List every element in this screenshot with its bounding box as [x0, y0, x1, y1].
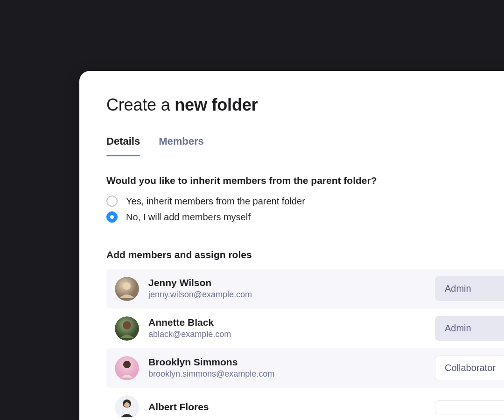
radio-checked-icon — [106, 211, 118, 223]
radio-label: No, I will add members myself — [126, 212, 251, 223]
member-row: Albert Flores — [106, 388, 504, 420]
members-list: Jenny Wilson jenny.wilson@example.com Ad… — [106, 269, 504, 420]
tab-members[interactable]: Members — [159, 132, 204, 156]
member-email: brooklyn.simmons@example.com — [148, 369, 426, 379]
title-light: Create a — [106, 95, 170, 114]
svg-point-3 — [123, 321, 131, 329]
role-value: Admin — [445, 323, 471, 333]
inherit-section: Would you like to inherit members from t… — [106, 156, 504, 420]
svg-point-5 — [123, 361, 131, 368]
role-select[interactable]: Collaborator — [435, 356, 504, 380]
role-select[interactable]: Admin — [435, 276, 504, 301]
panel-title: Create a new folder — [106, 95, 504, 115]
member-name: Albert Flores — [148, 401, 426, 413]
avatar — [115, 277, 139, 301]
role-select[interactable] — [435, 400, 504, 414]
member-email: ablack@example.com — [148, 329, 426, 340]
tab-label: Details — [106, 135, 140, 147]
create-folder-panel: Create a new folder Details Members Woul… — [79, 71, 504, 420]
role-select[interactable]: Admin — [435, 316, 504, 341]
radio-unchecked-icon — [106, 196, 118, 207]
svg-point-1 — [123, 282, 131, 290]
member-name: Jenny Wilson — [148, 277, 426, 288]
member-row: Brooklyn Simmons brooklyn.simmons@exampl… — [106, 348, 504, 388]
member-text: Annette Black ablack@example.com — [148, 316, 426, 340]
title-bold: new folder — [175, 95, 258, 114]
member-text: Jenny Wilson jenny.wilson@example.com — [148, 277, 426, 301]
member-name: Brooklyn Simmons — [148, 356, 426, 368]
divider — [106, 236, 504, 236]
inherit-option-no[interactable]: No, I will add members myself — [106, 211, 504, 223]
tab-details[interactable]: Details — [106, 132, 140, 156]
member-email: jenny.wilson@example.com — [148, 289, 426, 300]
member-text: Albert Flores — [148, 401, 426, 413]
svg-point-8 — [124, 402, 130, 408]
member-text: Brooklyn Simmons brooklyn.simmons@exampl… — [148, 356, 426, 380]
avatar — [115, 316, 139, 341]
tab-bar: Details Members — [106, 132, 504, 156]
member-row: Jenny Wilson jenny.wilson@example.com Ad… — [106, 269, 504, 308]
radio-label: Yes, inherit members from the parent fol… — [126, 196, 305, 207]
inherit-option-yes[interactable]: Yes, inherit members from the parent fol… — [106, 196, 504, 207]
role-value: Admin — [445, 283, 471, 294]
member-name: Annette Black — [148, 316, 426, 328]
avatar — [115, 356, 139, 380]
role-value: Collaborator — [445, 363, 496, 373]
tab-label: Members — [159, 135, 204, 147]
member-row: Annette Black ablack@example.com Admin — [106, 308, 504, 348]
avatar — [115, 395, 139, 420]
inherit-question: Would you like to inherit members from t… — [106, 175, 504, 186]
members-heading: Add members and assign roles — [106, 249, 504, 260]
